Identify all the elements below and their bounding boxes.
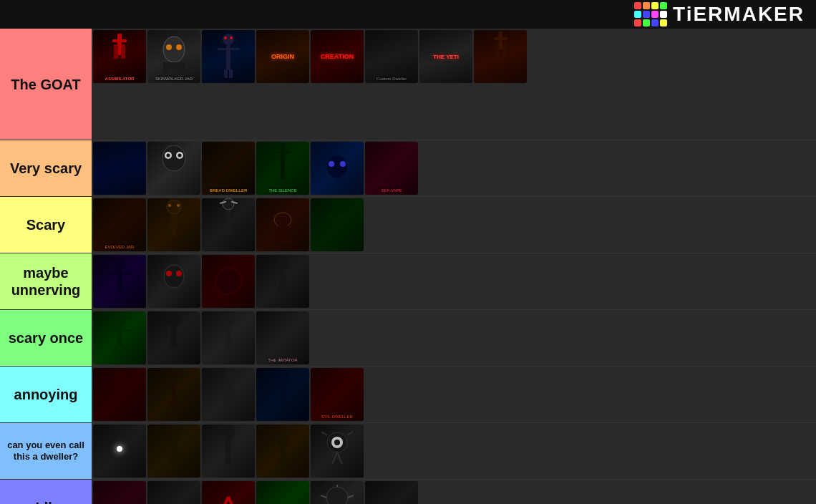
svg-line-94 bbox=[348, 495, 354, 498]
list-item[interactable]: THE SILENCE bbox=[256, 142, 309, 195]
list-item[interactable]: EVOLVED.JAR bbox=[93, 198, 146, 251]
tier-label-maybe-unnerving: maybe unnerving bbox=[0, 253, 92, 309]
svg-rect-44 bbox=[330, 217, 334, 218]
list-item[interactable] bbox=[311, 198, 364, 251]
list-item[interactable]: THE IMITATOR bbox=[256, 311, 309, 364]
list-item[interactable] bbox=[311, 142, 364, 195]
list-item[interactable]: ORIGIN bbox=[256, 30, 309, 83]
logo-grid bbox=[634, 2, 667, 26]
list-item[interactable] bbox=[202, 481, 255, 504]
svg-point-70 bbox=[170, 368, 178, 377]
list-item[interactable] bbox=[93, 255, 146, 308]
list-item[interactable] bbox=[147, 255, 200, 308]
svg-rect-67 bbox=[117, 383, 122, 404]
svg-line-86 bbox=[347, 432, 353, 435]
list-item[interactable] bbox=[147, 368, 200, 421]
list-item[interactable] bbox=[202, 255, 255, 308]
tier-row-very-scary: Very scary BREAD DWELLER THE SILENCE bbox=[0, 140, 816, 197]
svg-rect-58 bbox=[109, 329, 117, 331]
svg-rect-15 bbox=[229, 69, 233, 78]
svg-rect-11 bbox=[226, 45, 230, 70]
tier-label-very-scary: Very scary bbox=[0, 140, 92, 196]
svg-rect-60 bbox=[114, 346, 118, 352]
list-item[interactable] bbox=[202, 368, 255, 421]
svg-point-53 bbox=[215, 268, 241, 294]
svg-rect-65 bbox=[225, 326, 231, 348]
tier-items-goat: ASSIMILATOR SKINWALKER.JAR ORI bbox=[92, 29, 816, 140]
svg-point-51 bbox=[166, 271, 172, 276]
list-item[interactable] bbox=[147, 311, 200, 364]
svg-point-78 bbox=[222, 425, 235, 438]
svg-point-26 bbox=[178, 154, 182, 158]
list-item[interactable] bbox=[202, 311, 255, 364]
svg-rect-27 bbox=[281, 144, 285, 180]
svg-rect-47 bbox=[117, 270, 122, 291]
svg-point-74 bbox=[275, 370, 291, 388]
svg-point-33 bbox=[167, 200, 181, 214]
svg-rect-79 bbox=[225, 438, 231, 463]
svg-point-76 bbox=[168, 425, 180, 437]
tier-items-idk: SPIDER MOTH THE NIGHT STALKER DWELLER Ab… bbox=[92, 480, 816, 504]
tiermaker-app: TiERMAKER The GOAT ASSIMILATOR bbox=[0, 0, 816, 504]
svg-rect-43 bbox=[334, 214, 340, 236]
svg-rect-12 bbox=[218, 48, 226, 50]
svg-rect-68 bbox=[110, 386, 117, 388]
list-item[interactable] bbox=[93, 425, 146, 478]
list-item[interactable] bbox=[93, 311, 146, 364]
svg-rect-77 bbox=[171, 437, 177, 465]
list-item[interactable]: SPIDER MOTH bbox=[93, 481, 146, 504]
list-item[interactable] bbox=[147, 425, 200, 478]
logo-title: TiERMAKER bbox=[673, 3, 805, 26]
list-item[interactable] bbox=[256, 255, 309, 308]
list-item[interactable] bbox=[93, 368, 146, 421]
list-item[interactable]: EVIL DWELLER bbox=[311, 368, 364, 421]
list-item[interactable]: ASSIMILATOR bbox=[93, 30, 146, 83]
list-item[interactable] bbox=[147, 142, 200, 195]
svg-line-95 bbox=[321, 495, 326, 498]
svg-point-56 bbox=[114, 315, 125, 326]
list-item[interactable]: THE NIGHT STALKER bbox=[147, 481, 200, 504]
list-item[interactable] bbox=[311, 425, 364, 478]
list-item[interactable]: CREATION bbox=[311, 30, 364, 83]
svg-point-36 bbox=[177, 204, 180, 207]
list-item[interactable] bbox=[202, 198, 255, 251]
tier-items-can-you bbox=[92, 423, 816, 479]
svg-point-92 bbox=[326, 487, 348, 504]
svg-rect-48 bbox=[109, 273, 117, 275]
svg-point-5 bbox=[166, 44, 172, 50]
tier-items-maybe-unnerving bbox=[92, 253, 816, 309]
list-item[interactable] bbox=[256, 198, 309, 251]
tier-label-can-you: can you even call this a dweller? bbox=[0, 423, 92, 479]
svg-rect-14 bbox=[224, 69, 228, 78]
svg-line-87 bbox=[332, 452, 337, 464]
list-item[interactable]: DWELLER bbox=[256, 481, 309, 504]
svg-rect-18 bbox=[499, 32, 502, 49]
tier-row-maybe-unnerving: maybe unnerving bbox=[0, 253, 816, 310]
list-item[interactable]: SKINWALKER.JAR bbox=[147, 30, 200, 83]
list-item[interactable] bbox=[93, 142, 146, 195]
list-item[interactable]: SEA VAPE bbox=[365, 142, 418, 195]
list-item[interactable] bbox=[147, 198, 200, 251]
list-item[interactable]: Abomination bbox=[365, 481, 418, 504]
list-item[interactable] bbox=[256, 425, 309, 478]
list-item[interactable] bbox=[202, 30, 255, 83]
svg-point-10 bbox=[223, 34, 234, 45]
svg-rect-21 bbox=[502, 42, 506, 58]
tiers-wrapper: The GOAT ASSIMILATOR SKINWALKER.JAR bbox=[0, 29, 816, 504]
list-item[interactable] bbox=[474, 30, 527, 83]
list-item[interactable]: Custom Dweller bbox=[365, 30, 418, 83]
list-item[interactable]: BREAD DWELLER bbox=[202, 142, 255, 195]
svg-point-30 bbox=[327, 155, 347, 178]
list-item[interactable] bbox=[311, 481, 364, 504]
svg-rect-9 bbox=[167, 62, 180, 69]
list-item[interactable]: THE YETI bbox=[419, 30, 472, 83]
svg-rect-1 bbox=[112, 39, 127, 42]
tier-items-scary-once: THE IMITATOR bbox=[92, 310, 816, 366]
tier-label-annoying: annoying bbox=[0, 367, 92, 422]
svg-rect-2 bbox=[114, 44, 118, 59]
tier-items-scary: EVOLVED.JAR bbox=[92, 197, 816, 253]
list-item[interactable] bbox=[202, 425, 255, 478]
list-item[interactable] bbox=[256, 368, 309, 421]
svg-rect-45 bbox=[340, 217, 344, 218]
svg-point-52 bbox=[176, 271, 182, 276]
